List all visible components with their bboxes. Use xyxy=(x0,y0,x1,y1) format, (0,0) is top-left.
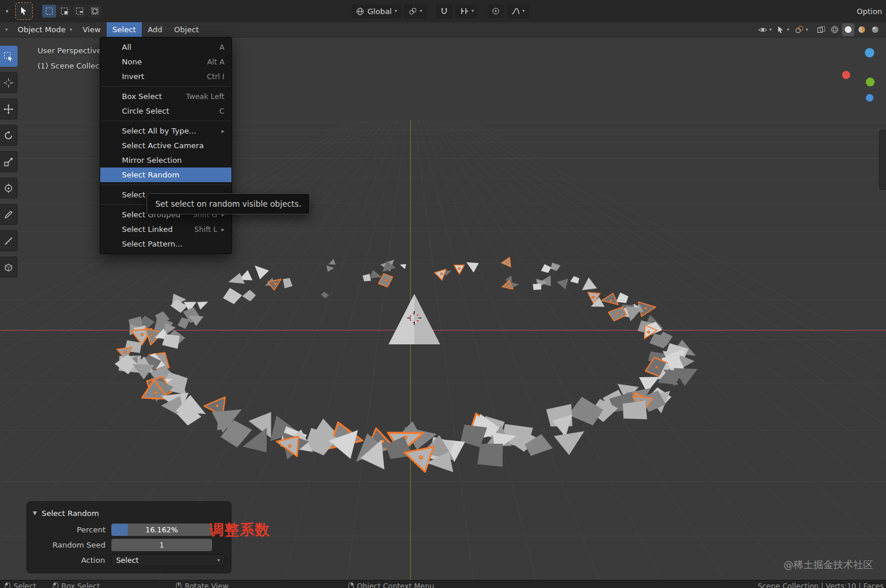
menu-item-shortcut: C xyxy=(219,107,224,115)
random-seed-value: 1 xyxy=(159,541,164,549)
proportional-falloff-dropdown[interactable]: ▾ xyxy=(507,4,529,18)
menu-item-label: Invert xyxy=(122,72,144,81)
menu-item-label: Select Active Camera xyxy=(122,141,204,150)
material-sphere-icon xyxy=(857,25,866,34)
menu-object[interactable]: Object xyxy=(168,22,205,37)
transform-icon xyxy=(4,183,13,193)
menu-item-all[interactable]: AllA xyxy=(100,40,231,54)
snap-mode-dropdown[interactable]: ▾ xyxy=(455,4,478,18)
transform-pivot-dropdown[interactable]: ▾ xyxy=(404,4,427,18)
header-right-controls: ▾ ▾ ▾ xyxy=(756,23,886,36)
mouse-middle-icon xyxy=(176,582,182,588)
gizmos-dropdown[interactable]: ▾ xyxy=(775,23,791,36)
measure-icon xyxy=(4,236,13,246)
rotate-icon xyxy=(4,131,13,141)
status-bar: SelectBox SelectRotate ViewObject Contex… xyxy=(0,580,886,588)
select-extend-icon xyxy=(60,7,69,15)
chevron-down-icon: ▾ xyxy=(523,9,525,13)
menu-view[interactable]: View xyxy=(77,22,107,37)
tool-add-cube-button[interactable] xyxy=(0,257,18,278)
operator-panel-header[interactable]: ▼ Select Random xyxy=(33,505,225,521)
annotate-icon xyxy=(4,210,13,220)
solid-sphere-icon xyxy=(844,25,853,34)
tool-transform-button[interactable] xyxy=(0,177,18,199)
menu-item-label: Select Random xyxy=(122,170,179,179)
menu-item-select-all-by-type[interactable]: Select All by Type...▸ xyxy=(100,124,231,138)
menu-item-invert[interactable]: InvertCtrl I xyxy=(100,69,231,84)
visibility-dropdown[interactable]: ▾ xyxy=(756,23,773,36)
menu-item-none[interactable]: NoneAlt A xyxy=(100,54,231,69)
menu-item-box-select[interactable]: Box SelectTweak Left xyxy=(100,89,231,104)
status-hint-label: Box Select xyxy=(62,582,100,588)
status-hint-object-context-menu: Object Context Menu xyxy=(348,582,434,588)
tool-rotate-button[interactable] xyxy=(0,125,18,146)
action-dropdown[interactable]: Select ▾ xyxy=(111,554,225,566)
select-invert-icon xyxy=(91,7,99,15)
operator-panel: ▼ Select Random Percent 16.162% Random S… xyxy=(26,501,231,573)
chevron-down-icon: ▾ xyxy=(472,9,474,13)
rendered-sphere-icon xyxy=(871,25,880,34)
select-menu: AllANoneAlt AInvertCtrl IBox SelectTweak… xyxy=(100,37,232,254)
select-mode-invert-button[interactable] xyxy=(88,5,102,18)
collapse-triangle-icon: ▼ xyxy=(33,510,37,516)
menu-item-shortcut: Ctrl I xyxy=(207,72,224,81)
tool-move-button[interactable] xyxy=(0,98,18,119)
xray-toggle-button[interactable] xyxy=(815,23,827,36)
gizmo-arrow-icon xyxy=(777,26,785,34)
tool-box-select-button[interactable] xyxy=(0,46,18,67)
menu-item-select-random[interactable]: Select Random xyxy=(100,167,231,182)
chevron-down-icon: ▾ xyxy=(806,28,808,32)
select-box-icon xyxy=(45,7,53,15)
active-tool-indicator[interactable] xyxy=(15,2,33,20)
menu-separator xyxy=(101,184,231,185)
menu-item-label: Select Pattern... xyxy=(122,240,182,248)
random-seed-field[interactable]: 1 xyxy=(111,539,212,551)
menu-item-select-active-camera[interactable]: Select Active Camera xyxy=(100,138,231,153)
menu-item-select-pattern[interactable]: Select Pattern... xyxy=(100,237,231,251)
options-button[interactable]: Option xyxy=(857,0,886,22)
menu-item-label: Select xyxy=(122,190,145,199)
editor-type-button[interactable]: ▾ xyxy=(0,22,13,37)
menu-item-select-linked[interactable]: Select LinkedShift L▸ xyxy=(100,222,231,237)
tool-cursor-button[interactable] xyxy=(0,72,18,93)
object-mode-dropdown[interactable]: Object Mode ▾ xyxy=(13,22,77,37)
shading-solid-button[interactable] xyxy=(842,23,854,36)
status-stats: Scene Collection | Verts:10 | Faces xyxy=(758,582,884,588)
menu-select[interactable]: Select xyxy=(107,22,142,37)
falloff-curve-icon xyxy=(511,7,520,15)
tool-shelf xyxy=(0,46,18,278)
random-seed-label: Random Seed xyxy=(33,541,105,549)
chevron-down-icon: ▾ xyxy=(394,9,397,13)
transform-orientation-dropdown[interactable]: Global ▾ xyxy=(352,4,401,18)
menu-item-circle-select[interactable]: Circle SelectC xyxy=(100,104,231,118)
snap-toggle-button[interactable] xyxy=(436,4,452,18)
box-select-icon xyxy=(4,52,13,61)
tool-measure-button[interactable] xyxy=(0,230,18,251)
cursor-icon xyxy=(4,78,13,88)
tool-annotate-button[interactable] xyxy=(0,204,18,225)
menu-add[interactable]: Add xyxy=(142,22,168,37)
percent-slider[interactable]: 16.162% xyxy=(111,524,212,536)
mode-label: Object Mode xyxy=(18,25,66,34)
mouse-left-drag-icon xyxy=(53,582,59,588)
select-mode-new-button[interactable] xyxy=(42,5,56,18)
overlays-dropdown[interactable]: ▾ xyxy=(793,23,810,36)
window-menu-chevron[interactable]: ▾ xyxy=(2,8,12,14)
snap-increment-icon xyxy=(459,7,469,15)
proportional-circle-icon xyxy=(492,7,500,15)
menu-item-mirror-selection[interactable]: Mirror Selection xyxy=(100,153,231,167)
percent-slider-fill xyxy=(111,524,128,536)
chevron-down-icon: ▾ xyxy=(5,28,8,32)
chevron-down-icon: ▾ xyxy=(217,558,220,563)
menu-item-label: Select Linked xyxy=(122,225,173,234)
tool-scale-button[interactable] xyxy=(0,151,18,172)
chevron-down-icon: ▾ xyxy=(420,9,422,13)
proportional-editing-toggle[interactable] xyxy=(488,4,504,18)
shading-rendered-button[interactable] xyxy=(869,23,881,36)
sidebar-toggle-tab[interactable] xyxy=(879,130,886,190)
select-mode-extend-button[interactable] xyxy=(57,5,71,18)
select-mode-subtract-button[interactable] xyxy=(73,5,87,18)
menu-item-shortcut: Alt A xyxy=(207,57,224,66)
shading-wireframe-button[interactable] xyxy=(829,23,841,36)
shading-material-button[interactable] xyxy=(856,23,868,36)
